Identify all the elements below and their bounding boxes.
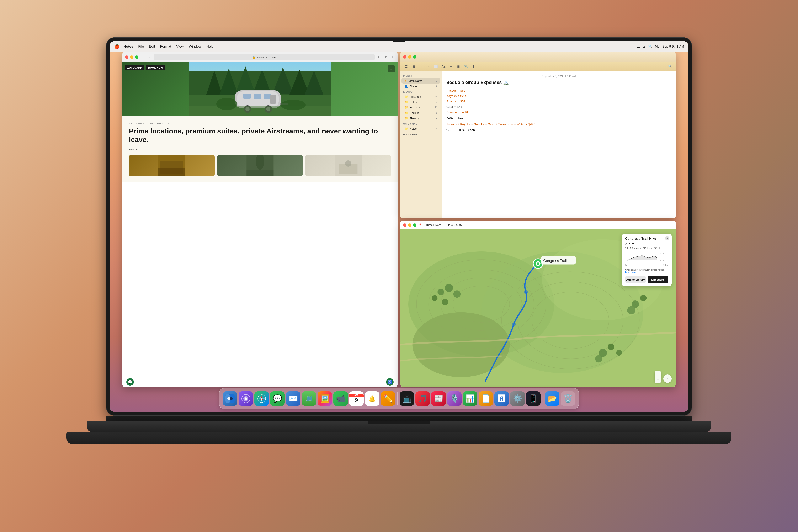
dock-news[interactable]: 📰 [431, 391, 446, 406]
menubar-file[interactable]: File [136, 44, 146, 50]
safari-chat-button[interactable]: 💬 [126, 378, 134, 386]
dock-calendar[interactable]: SEP 9 [349, 391, 364, 406]
map-zoom-minus-button[interactable]: − [654, 371, 661, 377]
safari-hero-svg [122, 62, 398, 116]
menubar-edit[interactable]: Edit [147, 44, 157, 50]
safari-minimize-button[interactable] [130, 56, 133, 59]
notes-share-btn[interactable]: ⬆ [471, 63, 476, 70]
notes-sidebar-toggle[interactable]: ☰ [403, 63, 409, 70]
notes-folder-therapy[interactable]: 📁 Therapy 4 [401, 116, 440, 121]
safari-share-button[interactable]: ⬆ [383, 55, 388, 60]
svg-point-45 [437, 289, 444, 295]
notes-folder-recipes[interactable]: 📁 Recipes 8 [401, 110, 440, 116]
note-line-sunscreen: Sunscreen = $11 [446, 110, 671, 115]
safari-fullscreen-button[interactable] [135, 56, 138, 59]
dock-appletv[interactable]: 📺 [400, 391, 414, 406]
dock-separator [397, 392, 398, 405]
notes-view-toggle[interactable]: ⊞ [411, 63, 416, 70]
notes-close-button[interactable] [403, 55, 406, 59]
map-zoom-plus-button[interactable]: + [654, 377, 661, 383]
dock-files[interactable]: 📂 [545, 391, 559, 406]
safari-new-tab-button[interactable]: + [390, 55, 395, 60]
maps-minimize-button[interactable] [408, 223, 412, 227]
svg-point-62 [524, 290, 528, 294]
hike-learn-more-link[interactable]: Learn More [625, 271, 637, 273]
maps-fullscreen-button[interactable] [413, 223, 416, 227]
safari-accessibility-button[interactable]: ♿ [386, 378, 394, 386]
notes-fullscreen-button[interactable] [413, 55, 416, 59]
dock-pages[interactable]: 📄 [479, 391, 493, 406]
notes-font-btn[interactable]: Aa [440, 63, 446, 70]
notes-folder-local[interactable]: 📁 Notes 9 [401, 126, 440, 131]
menubar-items: Notes File Edit Format View Window Help [121, 44, 216, 50]
local-notes-count: 9 [436, 127, 437, 130]
menubar-format[interactable]: Format [158, 44, 173, 50]
add-to-library-button[interactable]: Add to Library [625, 276, 646, 283]
dock-messages[interactable]: 💬 [270, 391, 285, 406]
dock-iphone-mirroring[interactable]: 📱 [526, 391, 540, 406]
notes-folder-notes[interactable]: 📁 Notes 23 [401, 99, 440, 105]
apple-menu-icon[interactable]: 🍎 [114, 44, 120, 50]
map-background[interactable]: Congress Trail [400, 229, 676, 387]
dock-music[interactable]: 🎵 [415, 391, 430, 406]
hike-chart-labels: 0mi 2.7mi [625, 264, 668, 266]
safari-window: ‹ › 🔒 autocamp.com ↻ ⬆ + [122, 52, 398, 387]
svg-text:8,300+: 8,300+ [660, 252, 665, 254]
dock-finder[interactable] [223, 391, 237, 406]
safari-back-button[interactable]: ‹ [140, 55, 146, 60]
notes-search-btn[interactable]: 🔍 [667, 63, 673, 70]
dock-appstore[interactable]: 🅰 [494, 391, 509, 406]
safari-traffic-lights [125, 56, 138, 59]
safari-close-button[interactable] [125, 56, 129, 59]
allicloud-count: 46 [435, 95, 437, 98]
menubar-window[interactable]: Window [187, 44, 203, 50]
notes-minimize-button[interactable] [408, 55, 412, 59]
notes-icloud-count: 23 [435, 100, 437, 103]
safari-forward-button[interactable]: › [147, 55, 152, 60]
notes-back-btn[interactable]: ‹ [418, 63, 424, 70]
dock-system-settings[interactable]: ⚙️ [510, 391, 525, 406]
dock-freeform[interactable]: ✏️ [381, 391, 395, 406]
menubar-battery-icon: ▬ [637, 45, 640, 49]
note-line-passes: Passes = $62 [446, 88, 671, 93]
dock-maps[interactable] [302, 391, 316, 406]
notes-folder-bookclub[interactable]: 📁 Book Club 11 [401, 105, 440, 110]
menubar-view[interactable]: View [174, 44, 186, 50]
notes-forward-btn[interactable]: › [425, 63, 432, 70]
book-now-button[interactable]: BOOK NOW [146, 65, 165, 70]
notes-folder-allicloud[interactable]: 📁 All iCloud 46 [401, 94, 440, 99]
menubar-help[interactable]: Help [204, 44, 216, 50]
note-title[interactable]: Sequoia Group Expenses 🏔️ [446, 80, 671, 85]
dock-mail[interactable]: ✉️ [286, 391, 301, 406]
note-date: September 9, 2024 at 9:41 AM [446, 75, 671, 78]
safari-url-bar[interactable]: 🔒 autocamp.com [154, 54, 375, 60]
dock-reminders[interactable]: 🔔 [365, 391, 379, 406]
dock-safari[interactable] [254, 391, 269, 406]
safari-menu-icon[interactable]: ≡ [388, 65, 395, 72]
dock-podcasts[interactable]: 🎙️ [447, 391, 461, 406]
screen: 🍎 Notes File Edit Format View Window Hel… [110, 41, 688, 412]
safari-filter[interactable]: Filter + [129, 148, 391, 151]
notes-attach-btn[interactable]: 📎 [463, 63, 469, 70]
chart-end-label: 2.7mi [663, 264, 668, 266]
dock-facetime[interactable]: 📹 [333, 391, 348, 406]
notes-list-btn[interactable]: ≡ [448, 63, 454, 70]
notes-table-btn[interactable]: ⊞ [456, 63, 461, 70]
dock-trash[interactable]: 🗑️ [561, 391, 575, 406]
dock-numbers[interactable]: 📊 [463, 391, 477, 406]
dock-photos[interactable]: 🖼️ [318, 391, 332, 406]
new-folder-button[interactable]: + New Folder [400, 131, 442, 138]
notes-folder-shared[interactable]: 👤 Shared 2 [401, 83, 440, 89]
notes-folder-math[interactable]: ✦ Math Notes 3 [401, 78, 440, 83]
safari-toolbar: ‹ › 🔒 autocamp.com ↻ ⬆ + [140, 54, 395, 60]
hike-card-close-button[interactable]: ✕ [665, 236, 669, 240]
directions-button[interactable]: Directions [648, 276, 668, 283]
menubar-app-name[interactable]: Notes [121, 44, 135, 50]
dock-launchpad[interactable] [239, 391, 253, 406]
notes-more-btn[interactable]: ··· [478, 63, 484, 70]
safari-reload-button[interactable]: ↻ [377, 55, 382, 60]
notes-box-btn[interactable]: ⬜ [433, 63, 439, 70]
maps-close-button[interactable] [403, 223, 406, 227]
room-photos [129, 155, 391, 176]
menubar-search-icon[interactable]: 🔍 [648, 44, 652, 49]
